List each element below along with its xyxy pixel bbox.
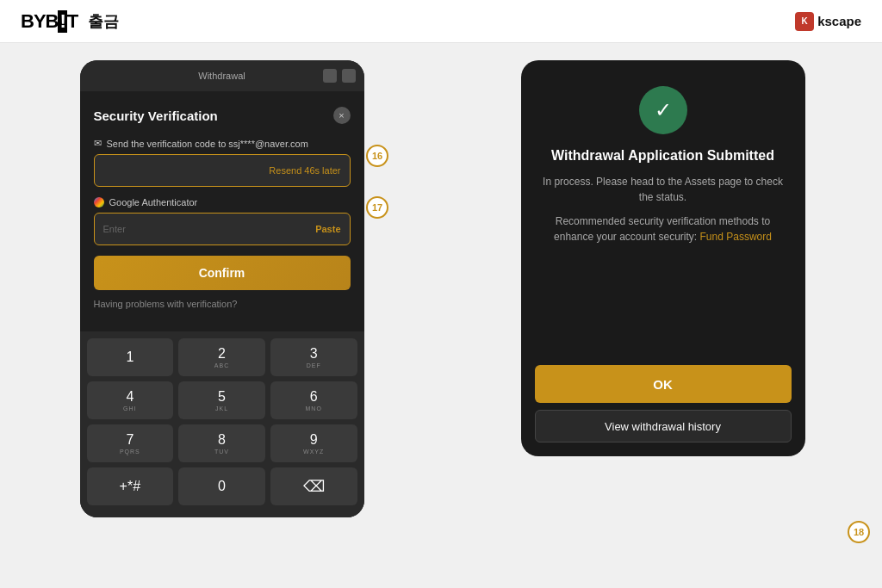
- success-desc1: In process. Please head to the Assets pa…: [538, 174, 788, 205]
- mail-icon: ✉: [94, 138, 102, 149]
- confirm-button[interactable]: Confirm: [94, 256, 351, 290]
- numpad-row-3: 7 PQRS 8 TUV 9 WXYZ: [87, 424, 357, 462]
- checkmark-icon: ✓: [655, 98, 672, 122]
- email-verification-section: ✉ Send the verification code to ssj****@…: [94, 138, 351, 187]
- google-icon: [94, 197, 104, 207]
- numpad-key-5[interactable]: 5 JKL: [178, 381, 265, 419]
- numpad: 1 2 ABC 3 DEF 4 GHI: [80, 331, 364, 517]
- google-auth-section: Google Authenticator Enter Paste: [94, 197, 351, 245]
- dialog-title: Security Verification: [94, 108, 218, 123]
- phone-mockup: Withdrawal Security Verification × ✉ Sen…: [80, 60, 364, 517]
- numpad-key-7[interactable]: 7 PQRS: [87, 424, 174, 462]
- email-code-input[interactable]: Resend 46s later: [94, 154, 351, 187]
- numpad-key-8[interactable]: 8 TUV: [178, 424, 265, 462]
- left-panel: Withdrawal Security Verification × ✉ Sen…: [0, 43, 444, 588]
- main-content: Withdrawal Security Verification × ✉ Sen…: [0, 43, 882, 588]
- phone-top-bar: Withdrawal: [80, 60, 364, 91]
- numpad-key-1[interactable]: 1: [87, 338, 174, 376]
- numpad-key-4[interactable]: 4 GHI: [87, 381, 174, 419]
- fund-password-link[interactable]: Fund Password: [700, 231, 772, 243]
- numpad-key-2[interactable]: 2 ABC: [178, 338, 265, 376]
- numpad-key-6[interactable]: 6 MNO: [270, 381, 357, 419]
- annotation-16: 16: [366, 145, 388, 167]
- success-title: Withdrawal Application Submitted: [551, 148, 774, 164]
- page-title: 출금: [88, 11, 119, 32]
- close-button[interactable]: ×: [333, 107, 351, 124]
- phone-top-title: Withdrawal: [198, 71, 245, 81]
- kscape-logo: K kscape: [795, 12, 861, 31]
- bybit-logo: BYB!T: [21, 10, 78, 33]
- enter-placeholder: Enter: [103, 224, 126, 234]
- kscape-icon: K: [795, 12, 814, 31]
- success-desc2: Recommended security verification method…: [538, 214, 788, 244]
- annotation-17: 17: [366, 196, 388, 219]
- paste-button[interactable]: Paste: [315, 224, 340, 234]
- success-phone: ✓ Withdrawal Application Submitted In pr…: [521, 60, 805, 456]
- numpad-key-symbols[interactable]: +*#: [87, 467, 174, 505]
- view-history-button[interactable]: View withdrawal history: [535, 410, 792, 443]
- right-panel: ✓ Withdrawal Application Submitted In pr…: [444, 43, 882, 588]
- phone-icon-1: [323, 69, 337, 83]
- resend-timer: Resend 46s later: [269, 165, 340, 176]
- numpad-row-1: 1 2 ABC 3 DEF: [87, 338, 357, 376]
- success-icon: ✓: [639, 86, 687, 134]
- email-label: ✉ Send the verification code to ssj****@…: [94, 138, 351, 149]
- numpad-key-9[interactable]: 9 WXYZ: [270, 424, 357, 462]
- numpad-backspace[interactable]: ⌫: [270, 467, 357, 505]
- numpad-row-4: +*# 0 ⌫: [87, 467, 357, 505]
- header-left: BYB!T 출금: [21, 10, 119, 33]
- numpad-row-2: 4 GHI 5 JKL 6 MNO: [87, 381, 357, 419]
- dialog-header: Security Verification ×: [94, 107, 351, 124]
- security-dialog: Security Verification × ✉ Send the verif…: [80, 91, 364, 331]
- phone-top-bar-icons: [323, 69, 356, 83]
- numpad-key-0[interactable]: 0: [178, 467, 265, 505]
- problems-text: Having problems with verification?: [94, 299, 351, 309]
- numpad-key-3[interactable]: 3 DEF: [270, 338, 357, 376]
- ok-button[interactable]: OK: [535, 365, 792, 403]
- google-auth-label: Google Authenticator: [94, 197, 351, 207]
- phone-icon-2: [342, 69, 356, 83]
- success-content: ✓ Withdrawal Application Submitted In pr…: [521, 60, 805, 365]
- google-auth-input[interactable]: Enter Paste: [94, 213, 351, 245]
- annotation-18: 18: [848, 521, 870, 543]
- header: BYB!T 출금 K kscape: [0, 0, 882, 43]
